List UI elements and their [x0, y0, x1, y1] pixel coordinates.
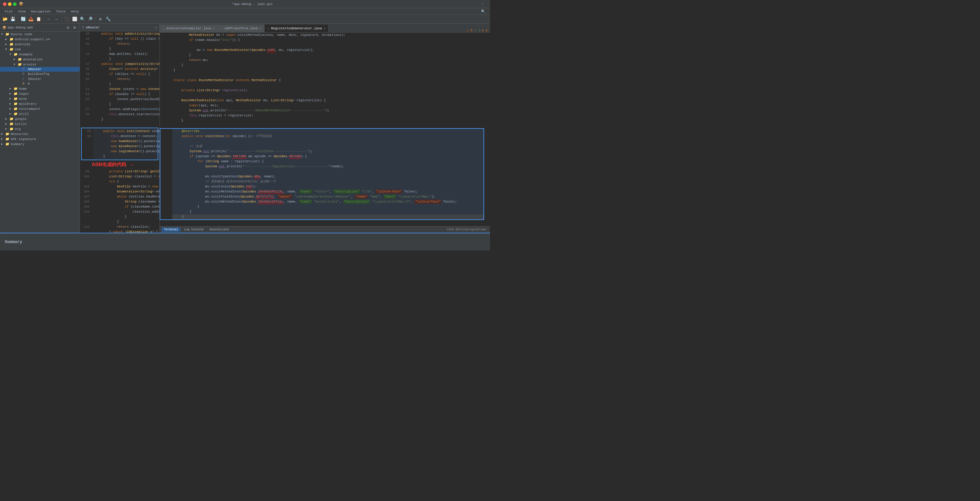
line-content: MethodVisitor mv = super.visitMethod(acc…	[172, 33, 487, 38]
folder-icon: 📁	[14, 97, 18, 101]
plugin-button[interactable]: 🔧	[105, 16, 111, 22]
menu-navigation[interactable]: Navigation	[29, 9, 53, 14]
expand-arrow: ▶	[5, 122, 10, 126]
tree-item-kotlin[interactable]: ▶ 📁 kotlin	[0, 121, 80, 126]
menu-help[interactable]: Help	[68, 9, 81, 14]
find-button[interactable]: 🔍	[79, 16, 86, 22]
line-num: 47	[80, 62, 92, 67]
line-content: }	[92, 46, 159, 51]
expand-icon2[interactable]: ∨	[485, 29, 488, 32]
line-num: 100	[80, 174, 92, 179]
line-content: if (opcode >= Opcodes.IRETURN && opcode …	[172, 154, 484, 159]
tree-item-android-support[interactable]: ▶ 📁 android.support.v4	[0, 37, 80, 42]
tree-item-com[interactable]: ▼ 📁 com	[0, 47, 80, 52]
tab-close-btn[interactable]: ✕	[213, 27, 215, 30]
expand-icon[interactable]: ∧	[482, 29, 484, 32]
code-line: }	[160, 118, 487, 123]
smali-button[interactable]: ⬛	[64, 16, 70, 22]
back-button[interactable]: ←	[46, 16, 52, 22]
tree-item-arouter-class[interactable]: © ARouter	[0, 67, 80, 72]
tree-item-utill[interactable]: ▶ 📁 utill	[0, 111, 80, 116]
tab-close-btn-active[interactable]: ✕	[324, 27, 326, 30]
tree-item-mine[interactable]: ▶ 📁 mine	[0, 96, 80, 101]
line-content: Intent intent = new Intent(this.mCon	[92, 87, 159, 92]
tree-item-source-code[interactable]: ▼ 📁 Source code	[0, 32, 80, 37]
line-num	[161, 139, 172, 144]
decompile-button[interactable]: ⬜	[71, 16, 78, 22]
close-button[interactable]	[3, 2, 6, 6]
expand-all-btn[interactable]: ⊞	[72, 25, 77, 30]
tab-close-btn[interactable]: ✕	[259, 27, 261, 30]
tree-item-summary[interactable]: ▶ 📁 Summary	[0, 142, 80, 147]
collapse-all-btn[interactable]: ⊟	[65, 25, 71, 30]
tree-item-testcompont[interactable]: ▶ 📁 testcompont	[0, 106, 80, 111]
line-num	[161, 209, 172, 214]
tree-item-apk-sig[interactable]: ▶ 📁 APK signature	[0, 137, 80, 142]
line-content: if (aClass == null) {	[92, 72, 159, 77]
center-code-content: 38 public void addActivity(String key, C…	[80, 31, 159, 233]
open-button[interactable]: 📂	[2, 16, 8, 22]
center-code-scroll[interactable]: 38 public void addActivity(String key, C…	[80, 31, 159, 233]
search-input-btn[interactable]: 🔎	[87, 16, 93, 22]
save-button[interactable]: 💾	[10, 16, 16, 22]
tab-asm-transform[interactable]: ☕ ASMTransform.java ✕	[218, 25, 264, 32]
maximize-button[interactable]	[13, 2, 17, 6]
code-line: }	[160, 53, 487, 58]
line-num: 57	[80, 107, 92, 112]
tree-item-login[interactable]: ▶ 📁 login	[0, 91, 80, 96]
tree-label: kotlin	[15, 122, 27, 126]
tab-annotations[interactable]: Annotations	[207, 227, 231, 232]
settings-button[interactable]: ⚙	[97, 16, 103, 22]
menu-file[interactable]: File	[2, 9, 15, 14]
line-num: 40	[80, 41, 92, 46]
menu-dots[interactable]: ⋮	[481, 2, 487, 6]
tree-item-arouter[interactable]: ▼ 📁 arouter	[0, 62, 80, 67]
tree-item-irouter[interactable]: Ⅰ IRouter	[0, 77, 80, 81]
tree-item-example[interactable]: ▼ 📁 example	[0, 52, 80, 57]
code-line: 43 map.put(key, clazz);	[80, 51, 159, 57]
highlighted-code-block: 62 public void init(Context context) { 6…	[81, 128, 158, 160]
sync-button[interactable]: 🔄	[20, 16, 26, 22]
right-code-scroll[interactable]: MethodVisitor mv = super.visitMethod(acc…	[160, 33, 490, 226]
code-line: mv.visitInsn(Opcodes.DUP);	[161, 184, 484, 189]
tree-item-annotation[interactable]: ▶ 📁 annotation	[0, 57, 80, 62]
line-content: map.put(key, clazz);	[92, 51, 159, 57]
java-class-icon: ©	[22, 67, 27, 71]
minimize-button[interactable]	[8, 2, 11, 6]
expand-arrow: ▶	[5, 117, 10, 121]
r-icon: ©	[22, 82, 27, 86]
code-line: }	[80, 117, 159, 122]
forward-button[interactable]: →	[53, 16, 60, 22]
tab-register-code-gen[interactable]: ☕ RegisterCodeGenerator.java ✕	[264, 25, 329, 32]
expand-arrow: ▶	[10, 87, 14, 90]
line-num	[160, 53, 172, 58]
search-everywhere[interactable]: 🔍	[481, 10, 485, 13]
folder-icon: 📁	[10, 37, 14, 41]
tree-item-google[interactable]: ▶ 📁 google	[0, 116, 80, 121]
code-line	[80, 122, 159, 127]
tree-item-org[interactable]: ▶ 📁 org	[0, 126, 80, 131]
tree-item-home[interactable]: ▶ 📁 home	[0, 86, 80, 91]
tab-terminal[interactable]: Terminal	[162, 227, 180, 232]
editor-tabs: ☕ AnnotationCompiler.java ✕ ☕ ASMTransfo…	[160, 24, 490, 33]
export2-button[interactable]: 📋	[35, 16, 42, 22]
center-tab-close[interactable]: ✕	[155, 26, 157, 29]
menu-view[interactable]: View	[15, 9, 28, 14]
tree-label: R	[28, 82, 30, 86]
export-button[interactable]: 📤	[27, 16, 34, 22]
tree-item-resources[interactable]: ▶ 📁 Resources	[0, 131, 80, 137]
line-num	[80, 230, 92, 233]
tree-label: com	[15, 48, 21, 51]
tree-item-mylibrary[interactable]: ▶ 📁 mylibrary	[0, 101, 80, 106]
code-line: new homeRouter().putActivity(map);	[82, 139, 158, 144]
tree-item-androidx[interactable]: ▶ 📁 androidx	[0, 42, 80, 47]
menu-tools[interactable]: Tools	[54, 9, 68, 14]
tree-item-r[interactable]: © R	[0, 81, 80, 86]
code-line: }	[80, 46, 159, 51]
tab-annotation-compiler[interactable]: ☕ AnnotationCompiler.java ✕	[160, 25, 218, 32]
line-num	[80, 117, 92, 122]
line-num	[161, 169, 172, 174]
tab-log-console[interactable]: Log Console	[182, 227, 206, 232]
tree-item-buildconfig[interactable]: © BuildConfig	[0, 72, 80, 77]
line-content: if (className.contains(pack	[92, 204, 159, 209]
